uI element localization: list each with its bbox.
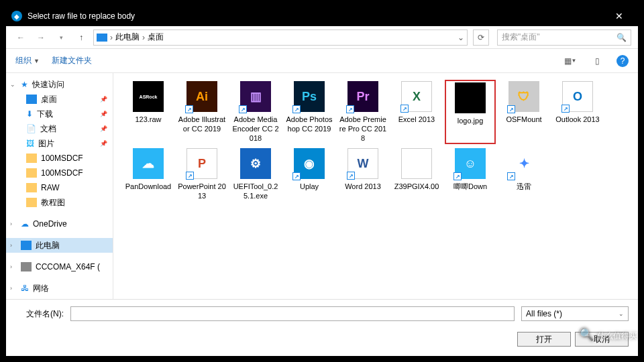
file-item[interactable]: ▥↗Adobe Media Encoder CC 2018 bbox=[230, 80, 281, 144]
file-thumb: Ai↗ bbox=[186, 81, 217, 112]
search-placeholder: 搜索"桌面" bbox=[502, 32, 540, 43]
file-item[interactable]: W↗Word 2013 bbox=[337, 147, 388, 202]
file-thumb bbox=[455, 82, 486, 113]
file-label: Adobe Illustrator CC 2019 bbox=[178, 115, 226, 133]
file-label: OSFMount bbox=[506, 115, 541, 124]
file-thumb: ▥↗ bbox=[240, 81, 271, 112]
address-bar[interactable]: › 此电脑 › 桌面 ⌄ bbox=[93, 29, 468, 46]
file-grid: ASRock123.rawAi↗Adobe Illustrator CC 201… bbox=[123, 80, 629, 202]
shortcut-icon: ↗ bbox=[453, 172, 462, 180]
breadcrumb-sep: › bbox=[110, 33, 113, 42]
file-thumb: Ps↗ bbox=[294, 81, 325, 112]
sidebar-network[interactable]: ›🖧网络 bbox=[6, 281, 113, 296]
sidebar-item[interactable]: ⬇下载📌 bbox=[6, 107, 113, 121]
sidebar: ⌄★快速访问 桌面📌⬇下载📌📄文档📌🖼图片📌100MSDCF100MSDCFRA… bbox=[6, 73, 113, 299]
sidebar-thispc[interactable]: ›此电脑 bbox=[6, 238, 113, 253]
close-button[interactable]: ✕ bbox=[606, 11, 633, 21]
refresh-button[interactable]: ⟳ bbox=[473, 29, 489, 46]
file-label: 123.raw bbox=[135, 115, 161, 124]
recent-dropdown[interactable]: ▾ bbox=[53, 29, 69, 46]
file-thumb: ⚙ bbox=[240, 148, 271, 179]
shortcut-icon: ↗ bbox=[292, 172, 301, 180]
file-thumb: ASRock bbox=[133, 81, 164, 112]
file-item[interactable]: logo.jpg bbox=[445, 80, 496, 144]
filename-input[interactable] bbox=[70, 306, 515, 321]
sidebar-quickaccess[interactable]: ⌄★快速访问 bbox=[6, 77, 113, 92]
file-item[interactable]: X↗Excel 2013 bbox=[391, 80, 442, 144]
watermark: 🔍 什么值得买 bbox=[579, 327, 637, 342]
search-input[interactable]: 搜索"桌面" 🔍 bbox=[497, 29, 631, 46]
file-thumb: P↗ bbox=[186, 148, 217, 179]
shortcut-icon: ↗ bbox=[185, 105, 193, 113]
view-mode-button[interactable]: ▦▼ bbox=[563, 54, 578, 68]
sidebar-item[interactable]: RAW bbox=[6, 180, 113, 195]
pc-icon bbox=[97, 34, 107, 42]
help-button[interactable]: ? bbox=[616, 55, 629, 67]
shortcut-icon: ↗ bbox=[400, 105, 409, 113]
sidebar-item[interactable]: 📄文档📌 bbox=[6, 121, 113, 136]
shortcut-icon: ↗ bbox=[292, 105, 301, 113]
file-item[interactable]: O↗Outlook 2013 bbox=[552, 80, 603, 144]
file-item[interactable]: ☺↗唧唧Down bbox=[445, 147, 496, 202]
file-item[interactable]: ☁PanDownload bbox=[123, 147, 174, 202]
pin-icon: 📌 bbox=[100, 96, 107, 103]
sidebar-item[interactable]: 🖼图片📌 bbox=[6, 136, 113, 151]
file-item[interactable]: Pr↗Adobe Premiere Pro CC 2018 bbox=[337, 80, 388, 144]
up-button[interactable]: ↑ bbox=[73, 29, 89, 46]
sidebar-drive[interactable]: ›CCCOMA_X64F ( bbox=[6, 259, 113, 274]
file-item[interactable]: P↗PowerPoint 2013 bbox=[176, 147, 227, 202]
shortcut-icon: ↗ bbox=[507, 105, 515, 113]
file-label: Excel 2013 bbox=[398, 115, 435, 124]
file-item[interactable]: Z39PGIX4.00 bbox=[391, 147, 442, 202]
file-thumb: Pr↗ bbox=[347, 81, 378, 112]
file-thumb: ◉↗ bbox=[294, 148, 325, 179]
file-label: Word 2013 bbox=[345, 182, 381, 191]
file-thumb: O↗ bbox=[562, 81, 593, 112]
new-folder-button[interactable]: 新建文件夹 bbox=[52, 55, 92, 66]
button-row: 打开 取消 bbox=[6, 328, 638, 356]
shortcut-icon: ↗ bbox=[507, 172, 515, 180]
sidebar-item[interactable]: 100MSDCF bbox=[6, 151, 113, 166]
breadcrumb-sep: › bbox=[142, 33, 145, 42]
back-button[interactable]: ← bbox=[13, 29, 29, 46]
filetype-filter[interactable]: All files (*)⌄ bbox=[521, 306, 629, 321]
file-item[interactable]: Ai↗Adobe Illustrator CC 2019 bbox=[176, 80, 227, 144]
open-button[interactable]: 打开 bbox=[517, 332, 571, 347]
file-item[interactable]: 🛡↗OSFMount bbox=[498, 80, 549, 144]
file-label: PowerPoint 2013 bbox=[178, 182, 226, 200]
file-item[interactable]: Ps↗Adobe Photoshop CC 2019 bbox=[284, 80, 335, 144]
file-label: Outlook 2013 bbox=[555, 115, 599, 124]
file-label: 唧唧Down bbox=[453, 182, 487, 191]
breadcrumb-root[interactable]: 此电脑 bbox=[115, 32, 140, 43]
file-label: PanDownload bbox=[125, 182, 172, 191]
address-dropdown-icon[interactable]: ⌄ bbox=[458, 33, 464, 42]
file-item[interactable]: ◉↗Uplay bbox=[284, 147, 335, 202]
preview-pane-button[interactable]: ▯ bbox=[590, 54, 604, 68]
file-item[interactable]: ✦↗迅雷 bbox=[498, 147, 549, 202]
file-label: logo.jpg bbox=[458, 116, 484, 125]
file-thumb: ☁ bbox=[133, 148, 164, 179]
organize-menu[interactable]: 组织▼ bbox=[15, 55, 40, 66]
titlebar: ◆ Select raw file to replace body ✕ bbox=[6, 6, 638, 26]
pin-icon: 📌 bbox=[100, 140, 107, 147]
sidebar-item[interactable]: 100MSDCF bbox=[6, 166, 113, 180]
window-title: Select raw file to replace body bbox=[28, 11, 606, 21]
shortcut-icon: ↗ bbox=[186, 172, 194, 180]
filename-label: 文件名(N): bbox=[15, 308, 64, 320]
breadcrumb-current[interactable]: 桌面 bbox=[148, 32, 164, 43]
sidebar-item[interactable]: 教程图 bbox=[6, 195, 113, 210]
pin-icon: 📌 bbox=[100, 111, 107, 117]
sidebar-item[interactable]: 桌面📌 bbox=[6, 92, 113, 107]
file-label: Adobe Premiere Pro CC 2018 bbox=[339, 115, 387, 143]
file-item[interactable]: ASRock123.raw bbox=[123, 80, 174, 144]
forward-button[interactable]: → bbox=[33, 29, 49, 46]
sidebar-onedrive[interactable]: ›☁OneDrive bbox=[6, 217, 113, 231]
file-item[interactable]: ⚙UEFITool_0.25.1.exe bbox=[230, 147, 281, 202]
file-thumb: 🛡↗ bbox=[508, 81, 539, 112]
search-icon: 🔍 bbox=[616, 33, 627, 42]
shortcut-icon: ↗ bbox=[561, 105, 570, 113]
shortcut-icon: ↗ bbox=[347, 172, 355, 180]
file-label: Z39PGIX4.00 bbox=[394, 182, 439, 191]
file-label: UEFITool_0.25.1.exe bbox=[231, 182, 280, 200]
pin-icon: 📌 bbox=[100, 125, 107, 132]
